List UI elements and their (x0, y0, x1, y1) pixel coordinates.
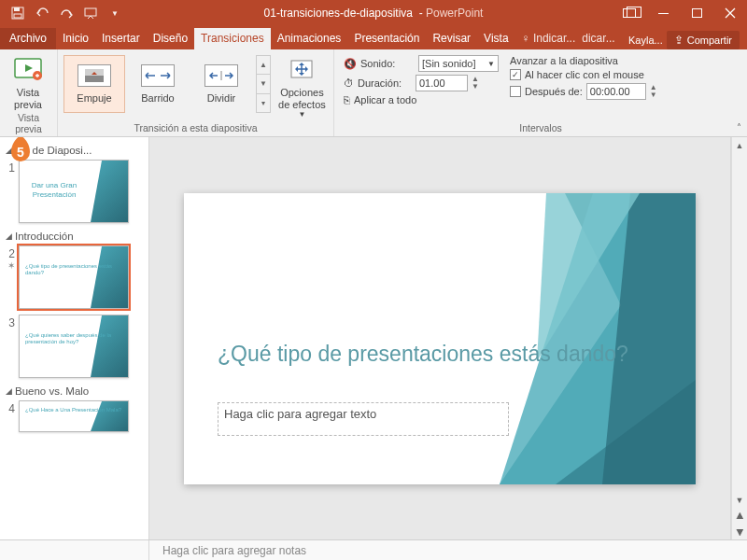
share-button[interactable]: ⇪Compartir (667, 31, 740, 49)
tab-view[interactable]: Vista (477, 28, 514, 49)
tab-slideshow[interactable]: Presentación (347, 28, 426, 49)
minimize-button[interactable] (646, 0, 680, 26)
slide-title-text[interactable]: ¿Qué tipo de presentaciones estás dando? (218, 341, 628, 368)
slide-thumbnail[interactable]: ¿Qué tipo de presentaciones estás dando? (19, 245, 129, 309)
tab-design[interactable]: Diseño (147, 28, 194, 49)
maximize-button[interactable] (680, 0, 713, 26)
collapse-ribbon-button[interactable]: ˄ (735, 120, 743, 134)
scroll-track[interactable] (732, 153, 747, 492)
slide-editor[interactable]: ¿Qué tipo de presentaciones estás dando?… (149, 137, 731, 539)
sound-combo[interactable]: [Sin sonido]▼ (418, 55, 499, 72)
slide-thumbnail[interactable]: Dar una Gran Presentación (19, 160, 129, 223)
duration-icon: ⏱ (344, 77, 354, 89)
svg-rect-1 (14, 7, 20, 11)
effect-options-button[interactable]: Opciones de efectos▼ (275, 51, 330, 119)
next-slide-icon[interactable]: ⯆ (732, 524, 747, 539)
split-icon (204, 64, 238, 87)
undo-icon[interactable] (32, 3, 52, 23)
slide-thumbnail-pane[interactable]: 5 ◢ulo de Diaposi... 1 Dar una Gran Pres… (0, 137, 149, 539)
prev-slide-icon[interactable]: ⯅ (732, 508, 747, 524)
vertical-scrollbar[interactable]: ▲ ▼ ⯅ ⯆ (731, 137, 747, 539)
slide-number: 4 (4, 400, 15, 432)
after-label: Después de: (525, 86, 583, 97)
ribbon-tabs: Archivo Inicio Insertar Diseño Transicio… (0, 26, 747, 49)
tab-insert[interactable]: Insertar (95, 28, 147, 49)
notes-pane[interactable]: Haga clic para agregar notas (0, 539, 747, 560)
transition-split[interactable]: Dividir (190, 55, 252, 113)
pane-splitter[interactable] (0, 540, 149, 560)
workspace: 5 ◢ulo de Diaposi... 1 Dar una Gran Pres… (0, 137, 747, 539)
sound-icon: 🔇 (344, 58, 357, 70)
advance-title: Avanzar a la diapositiva (510, 55, 657, 66)
slide-thumbnail[interactable]: ¿Qué Hace a Una Presentación Mala? (19, 400, 129, 432)
apply-all-button[interactable]: ⎘ Aplicar a todo (344, 94, 499, 105)
tab-file[interactable]: Archivo (0, 28, 56, 49)
ribbon: Vista previa Vista previa Empuje Barrido… (0, 49, 747, 137)
onclick-label: Al hacer clic con el mouse (525, 69, 644, 80)
group-transition-label: Transición a esta diapositiva (62, 120, 330, 136)
save-icon[interactable] (7, 3, 28, 23)
animation-star-icon: ✶ (4, 260, 15, 271)
slide-body-placeholder[interactable]: Haga clic para agregar texto (218, 402, 509, 436)
tutorial-callout: 5 (7, 137, 34, 167)
collapse-icon: ◢ (6, 386, 12, 396)
tellme-overflow: dicar... (582, 28, 621, 49)
close-button[interactable] (713, 0, 747, 26)
slide-number: 2 (4, 245, 15, 260)
transition-push[interactable]: Empuje (63, 55, 125, 113)
quick-access-toolbar: ▼ (0, 3, 125, 23)
collapse-icon: ◢ (6, 231, 12, 241)
gallery-more-button[interactable]: ▲▼▾ (256, 55, 271, 113)
push-icon (78, 64, 111, 87)
tab-transitions[interactable]: Transiciones (194, 28, 271, 49)
slide-thumbnail[interactable]: ¿Qué quieres saber después de la present… (19, 315, 129, 378)
scroll-down-icon[interactable]: ▼ (732, 492, 747, 508)
scroll-up-icon[interactable]: ▲ (732, 137, 747, 153)
window-controls (613, 0, 747, 26)
tab-review[interactable]: Revisar (426, 28, 477, 49)
wipe-icon (141, 64, 175, 87)
after-checkbox[interactable] (510, 86, 521, 97)
tellme-search[interactable]: ♀ Indicar... (515, 28, 583, 49)
sound-label: Sonido: (360, 58, 415, 69)
duration-spinner[interactable]: 01.00 (416, 75, 468, 91)
effect-options-icon (287, 55, 317, 85)
group-timing-label: Intervalos (338, 120, 743, 136)
svg-rect-3 (85, 8, 96, 16)
redo-icon[interactable] (56, 3, 77, 23)
current-slide: ¿Qué tipo de presentaciones estás dando?… (184, 193, 696, 484)
duration-label: Duración: (358, 77, 412, 89)
after-spinner[interactable]: 00:00.00 (586, 83, 646, 100)
titlebar: ▼ 01-transiciones-de-diapositiva - Power… (0, 0, 747, 26)
tab-home[interactable]: Inicio (56, 28, 95, 49)
transition-wipe[interactable]: Barrido (127, 55, 189, 113)
qat-more-icon[interactable]: ▼ (105, 3, 125, 23)
onclick-checkbox[interactable]: ✓ (510, 69, 521, 80)
ribbon-options-icon[interactable] (613, 0, 646, 26)
slide-theme-graphic (500, 193, 696, 484)
preview-icon (13, 55, 43, 85)
section-header[interactable]: ◢Bueno vs. Malo (4, 384, 145, 400)
svg-text:5: 5 (17, 145, 24, 160)
start-slideshow-icon[interactable] (80, 3, 101, 23)
notes-placeholder[interactable]: Haga clic para agregar notas (149, 544, 306, 557)
transition-gallery: Empuje Barrido Dividir (62, 51, 254, 117)
section-header[interactable]: ◢Introducción (4, 229, 145, 245)
preview-button[interactable]: Vista previa (4, 51, 52, 110)
slide-number: 3 (4, 315, 15, 378)
group-preview-label: Vista previa (4, 110, 53, 137)
advance-controls: Avanzar a la diapositiva ✓ Al hacer clic… (504, 51, 663, 104)
svg-rect-2 (14, 14, 21, 18)
user-name[interactable]: Kayla... (628, 35, 663, 46)
svg-rect-7 (85, 76, 104, 82)
tab-animations[interactable]: Animaciones (271, 28, 348, 49)
timing-controls: 🔇 Sonido: [Sin sonido]▼ ⏱ Duración: 01.0… (338, 51, 504, 109)
window-title: 01-transiciones-de-diapositiva - PowerPo… (264, 7, 484, 20)
apply-all-icon: ⎘ (344, 94, 350, 105)
